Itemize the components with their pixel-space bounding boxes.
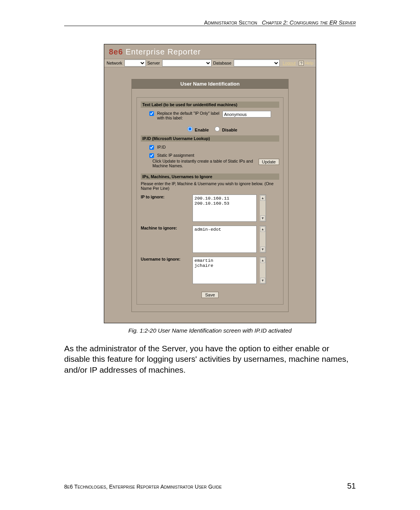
page-header: Administrator Section Chapter 2: Configu… xyxy=(64,19,356,26)
update-button[interactable]: Update xyxy=(259,159,279,165)
menubar: Network Server Database Logout ? Help xyxy=(104,59,316,67)
machine-ignore-scrollbar[interactable]: ▲ ▼ xyxy=(260,226,266,253)
figure-caption: Fig. 1:2-20 User Name Identification scr… xyxy=(64,327,356,334)
replace-label-line1: Replace the default "IP Only" label xyxy=(157,111,219,116)
page-number: 51 xyxy=(347,482,356,491)
enable-radio[interactable] xyxy=(187,126,192,131)
scroll-up-icon: ▲ xyxy=(260,226,265,232)
static-ip-checkbox[interactable] xyxy=(149,153,154,158)
replace-label-checkbox[interactable] xyxy=(149,111,154,116)
disable-label: Disable xyxy=(222,128,237,132)
ip-ignore-scrollbar[interactable]: ▲ ▼ xyxy=(260,195,266,222)
enable-disable-row: Enable Disable xyxy=(141,126,279,132)
menu-network-select[interactable] xyxy=(124,60,145,67)
chapter-label: Chapter 2: Configuring the ER Server xyxy=(262,19,356,26)
save-button[interactable]: Save xyxy=(201,292,218,298)
app-window: 8e6 Enterprise Reporter Network Server D… xyxy=(104,44,316,323)
inner-panel: Text Label (to be used for unidentified … xyxy=(136,97,284,305)
brand-accent: 8e6 xyxy=(109,47,123,56)
footer-text: 8e6 Technologies, Enterprise Reporter Ad… xyxy=(64,484,222,490)
menu-database-label: Database xyxy=(213,61,231,65)
main-panel: User Name Identification Text Label (to … xyxy=(131,79,289,312)
body-paragraph: As the administrator of the Server, you … xyxy=(64,343,356,375)
scroll-up-icon: ▲ xyxy=(260,195,265,201)
text-label-section-header: Text Label (to be used for unidentified … xyxy=(141,102,279,108)
ipid-checkbox[interactable] xyxy=(149,145,154,150)
username-ignore-label: Username to ignore: xyxy=(141,257,189,284)
ip-ignore-label: IP to ignore: xyxy=(141,195,189,222)
ip-ignore-textarea[interactable] xyxy=(192,195,257,222)
username-ignore-scrollbar[interactable]: ▲ ▼ xyxy=(260,257,266,284)
static-ip-desc: Click Update to instantly create a table… xyxy=(152,159,255,168)
menu-database-select[interactable] xyxy=(234,60,280,67)
scroll-down-icon: ▼ xyxy=(260,247,265,252)
section-label: Administrator Section xyxy=(204,19,257,26)
replace-label-input[interactable] xyxy=(222,111,271,117)
brand-rest: Enterprise Reporter xyxy=(123,47,201,56)
menu-network-label: Network xyxy=(107,61,122,65)
disable-radio[interactable] xyxy=(215,126,220,131)
page-footer: 8e6 Technologies, Enterprise Reporter Ad… xyxy=(64,482,356,491)
enable-label: Enable xyxy=(195,128,209,132)
machine-ignore-label: Machine to ignore: xyxy=(141,226,189,253)
header-rule xyxy=(64,26,356,26)
username-ignore-textarea[interactable] xyxy=(192,257,257,284)
menu-server-label: Server xyxy=(147,61,160,65)
static-ip-label: Static IP assignment xyxy=(157,153,194,158)
scroll-up-icon: ▲ xyxy=(260,258,265,263)
scroll-down-icon: ▼ xyxy=(260,278,265,283)
panel-title: User Name Identification xyxy=(132,79,288,89)
help-button[interactable]: ? Help xyxy=(299,61,313,66)
app-title: 8e6 Enterprise Reporter xyxy=(104,44,316,59)
ipid-label: IP.ID xyxy=(157,145,166,149)
logout-link[interactable]: Logout xyxy=(283,61,296,65)
scroll-down-icon: ▼ xyxy=(260,216,265,221)
machine-ignore-textarea[interactable] xyxy=(192,226,257,253)
replace-label-line2: with this label: xyxy=(157,116,219,120)
help-icon: ? xyxy=(299,61,304,66)
help-text: Help xyxy=(304,61,313,65)
menu-server-select[interactable] xyxy=(162,60,212,67)
ignore-help-text: Please enter the IP, Machine & Username … xyxy=(141,181,279,191)
ipid-section-header: IP.ID (Microsoft Username Lookup) xyxy=(141,135,279,142)
ignore-section-header: IPs, Machines, Usernames to Ignore xyxy=(141,174,279,180)
app-body: User Name Identification Text Label (to … xyxy=(104,67,316,323)
